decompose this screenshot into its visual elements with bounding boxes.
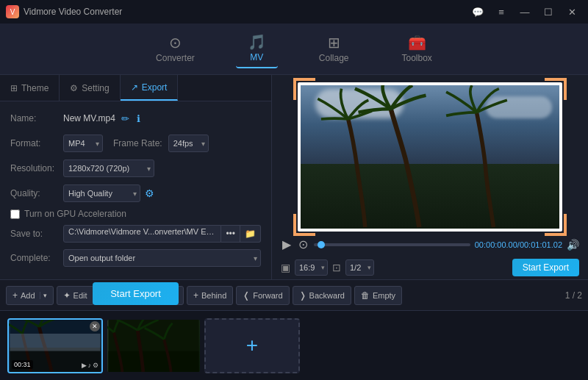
format-select-wrapper: MP4 MOV AVI: [63, 135, 103, 152]
add-label: Add: [21, 291, 35, 300]
aspect-ratio-wrapper: 16:9 4:3 1:1 9:16: [295, 259, 328, 276]
resolution-label: Resolution:: [10, 163, 63, 173]
add-button[interactable]: + Add ▾: [6, 286, 54, 305]
format-row: Format: MP4 MOV AVI Frame Rate: 24fps 30…: [10, 134, 261, 153]
nav-item-collage[interactable]: ⊞ Collage: [307, 31, 361, 68]
mv-label: MV: [250, 52, 263, 62]
mv-icon: 🎵: [248, 35, 266, 49]
gpu-acceleration-row: Turn on GPU Acceleration: [10, 209, 261, 219]
progress-dot[interactable]: [318, 241, 325, 248]
clip-duration-1: 00:31: [12, 360, 33, 369]
clip-tray: 00:31 ✕ ▶ ♪ ⚙: [0, 310, 588, 380]
saveto-dots-button[interactable]: •••: [221, 225, 240, 243]
clip-settings-icon: ⚙: [93, 362, 98, 369]
theme-tab-icon: ⊞: [10, 83, 18, 93]
clip-thumb-svg-2: [107, 320, 200, 372]
time-display: 00:00:00.00/00:01:01.02: [475, 240, 562, 249]
add-clip-button[interactable]: +: [204, 318, 300, 373]
clip-close-1[interactable]: ✕: [90, 321, 100, 331]
tab-export[interactable]: ↗ Export: [121, 75, 179, 101]
size-ratio-wrapper: 1/2 1/1 3/4: [345, 259, 374, 276]
titlebar-controls: 💬 ≡ — ☐ ✕: [467, 4, 582, 19]
left-panel: ⊞ Theme ⚙ Setting ↗ Export Name: New MV.…: [0, 75, 272, 279]
play-button[interactable]: ▶: [281, 236, 293, 253]
empty-icon: 🗑: [361, 290, 370, 301]
clip-bg-2: [107, 320, 200, 372]
resolution-row: Resolution: 1280x720 (720p) 1920x1080 (1…: [10, 159, 261, 178]
quality-select-wrapper: High Quality Medium Quality Low Quality: [63, 184, 140, 202]
clip-item-1[interactable]: 00:31 ✕ ▶ ♪ ⚙: [7, 318, 103, 373]
saveto-label: Save to:: [10, 229, 63, 239]
format-select[interactable]: MP4 MOV AVI: [63, 135, 103, 152]
clip-music-icon: ♪: [88, 362, 92, 369]
name-info-button[interactable]: ℹ: [135, 113, 142, 124]
aspect-controls: ▣ 16:9 4:3 1:1 9:16 ⊡ 1/2 1/1 3/4: [272, 257, 588, 279]
complete-label: Complete:: [10, 253, 63, 263]
clip-play-icon: ▶: [82, 362, 87, 369]
titlebar: V Vidmore Video Converter 💬 ≡ — ☐ ✕: [0, 0, 588, 24]
svg-rect-2: [10, 333, 100, 351]
right-panel: ▶ ⊙ 00:00:00.00/00:01:01.02 🔊 ▣ 16:9 4:3…: [272, 75, 588, 279]
titlebar-chat-button[interactable]: 💬: [467, 4, 488, 19]
empty-button[interactable]: 🗑 Empty: [354, 286, 402, 305]
app-icon: V: [6, 5, 19, 18]
titlebar-minimize-button[interactable]: —: [514, 4, 535, 19]
saveto-path: C:\Vidmore\Vidmore V...onverter\MV Expor…: [63, 225, 221, 243]
toolbox-label: Toolbox: [402, 53, 432, 63]
setting-tab-label: Setting: [82, 83, 109, 93]
add-icon: +: [12, 290, 18, 301]
nav-item-converter[interactable]: ⊙ Converter: [144, 31, 207, 68]
name-value-row: New MV.mp4 ✏ ℹ: [63, 113, 142, 124]
format-label: Format:: [10, 138, 63, 148]
size-icon: ⊡: [332, 262, 341, 273]
gpu-label[interactable]: Turn on GPU Acceleration: [24, 209, 126, 219]
size-ratio-select[interactable]: 1/2 1/1 3/4: [345, 259, 374, 276]
main-content: ⊞ Theme ⚙ Setting ↗ Export Name: New MV.…: [0, 75, 588, 279]
export-tab-label: Export: [142, 82, 168, 93]
complete-select-wrapper: Open output folder Do nothing: [63, 249, 261, 267]
name-edit-button[interactable]: ✏: [120, 113, 131, 124]
aspect-icon: ▣: [281, 262, 290, 273]
playback-controls: ▶ ⊙ 00:00:00.00/00:01:01.02 🔊: [272, 232, 588, 257]
complete-select[interactable]: Open output folder Do nothing: [63, 249, 261, 267]
video-preview: [298, 82, 562, 232]
framerate-label: Frame Rate:: [113, 138, 162, 148]
volume-icon[interactable]: 🔊: [567, 239, 579, 251]
tab-setting[interactable]: ⚙ Setting: [60, 75, 120, 101]
titlebar-menu-button[interactable]: ≡: [491, 4, 512, 19]
quality-row: Quality: High Quality Medium Quality Low…: [10, 184, 261, 203]
saveto-folder-button[interactable]: 📁: [240, 225, 261, 243]
start-export-button-right[interactable]: Start Export: [512, 259, 579, 276]
backward-button[interactable]: ❭ Backward: [293, 286, 351, 305]
quality-gear-icon[interactable]: ⚙: [145, 187, 154, 199]
resolution-select[interactable]: 1280x720 (720p) 1920x1080 (1080p) 640x48…: [63, 159, 154, 177]
name-row: Name: New MV.mp4 ✏ ℹ: [10, 109, 261, 128]
backward-label: Backward: [309, 291, 345, 300]
top-navigation: ⊙ Converter 🎵 MV ⊞ Collage 🧰 Toolbox: [0, 24, 588, 75]
backward-icon: ❭: [299, 290, 306, 301]
nav-item-mv[interactable]: 🎵 MV: [236, 30, 278, 68]
progress-bar[interactable]: [314, 243, 470, 246]
clip-item-2[interactable]: [106, 318, 201, 373]
collage-label: Collage: [319, 53, 349, 63]
tab-theme[interactable]: ⊞ Theme: [0, 75, 60, 101]
start-export-button-left[interactable]: Start Export: [93, 282, 179, 305]
setting-tab-icon: ⚙: [70, 83, 78, 93]
export-tab-icon: ↗: [131, 82, 138, 93]
aspect-ratio-select[interactable]: 16:9 4:3 1:1 9:16: [295, 259, 328, 276]
stop-button[interactable]: ⊙: [297, 236, 309, 253]
nav-item-toolbox[interactable]: 🧰 Toolbox: [390, 31, 444, 68]
quality-label: Quality:: [10, 188, 63, 198]
aspect-left: ▣ 16:9 4:3 1:1 9:16 ⊡ 1/2 1/1 3/4: [281, 259, 374, 276]
quality-select[interactable]: High Quality Medium Quality Low Quality: [63, 184, 140, 202]
video-frame: [298, 82, 562, 232]
saveto-row: Save to: C:\Vidmore\Vidmore V...onverter…: [10, 225, 261, 243]
converter-icon: ⊙: [169, 35, 182, 50]
framerate-select[interactable]: 24fps 30fps 60fps: [168, 135, 209, 152]
palm-svg: [301, 85, 559, 229]
gpu-checkbox[interactable]: [10, 209, 20, 219]
titlebar-close-button[interactable]: ✕: [562, 4, 582, 19]
titlebar-left: V Vidmore Video Converter: [6, 5, 122, 18]
titlebar-maximize-button[interactable]: ☐: [538, 4, 559, 19]
add-dropdown-arrow[interactable]: ▾: [40, 292, 47, 299]
